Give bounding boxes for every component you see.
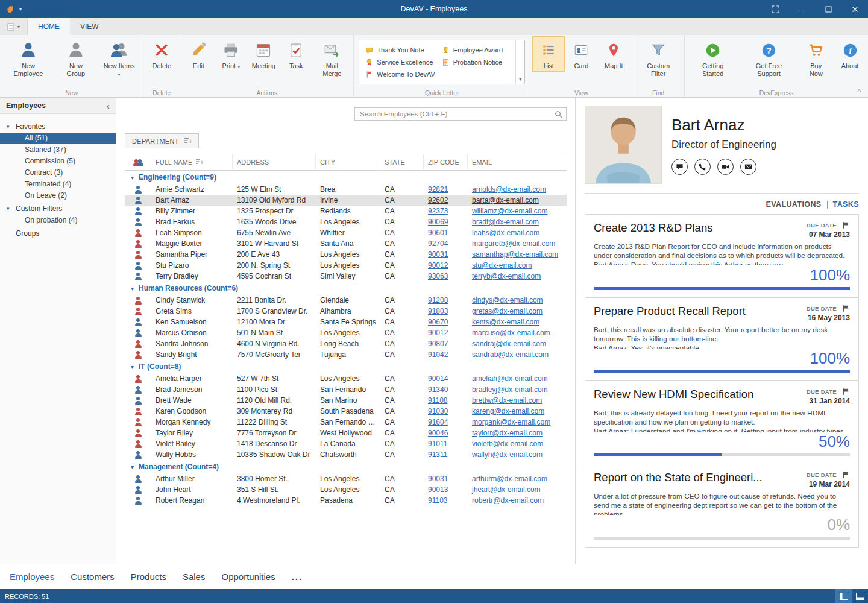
email-link[interactable]: bradleyj@dx-email.com [472, 385, 548, 394]
employee-row-arnie-schwartz[interactable]: Arnie Schwartz125 W Elm StBreaCA92821arn… [125, 184, 567, 195]
delete-button[interactable]: Delete [145, 36, 178, 72]
tab-view[interactable]: VIEW [70, 18, 109, 35]
tab-evaluations[interactable]: EVALUATIONS [766, 200, 821, 209]
email-link[interactable]: margaretb@dx-email.com [472, 239, 555, 248]
email-link[interactable]: stu@dx-email.com [472, 261, 532, 270]
email-link[interactable]: wallyh@dx-email.com [472, 450, 542, 459]
mail-merge-button[interactable]: Mail Merge [312, 36, 351, 79]
collapse-sidebar-icon[interactable]: ‹ [107, 101, 110, 111]
email-link[interactable]: williamz@dx-email.com [472, 207, 548, 215]
tree-section-groups[interactable]: Groups [0, 227, 116, 239]
employee-row-stu-pizaro[interactable]: Stu Pizaro200 N. Spring StLos AngelesCA9… [125, 260, 567, 271]
video-call-button[interactable] [717, 159, 734, 175]
employee-row-leah-simpson[interactable]: Leah Simpson6755 Newlin AveWhittierCA906… [125, 227, 567, 238]
quick-letter-probation-notice[interactable]: Probation Notice [439, 56, 516, 68]
employee-row-violet-bailey[interactable]: Violet Bailey1418 Descanso DrLa CanadaCA… [125, 438, 567, 449]
email-link[interactable]: violetb@dx-email.com [472, 440, 543, 448]
new-employee-button[interactable]: New Employee [2, 36, 55, 79]
nav-item-opportunities[interactable]: Opportunities [221, 572, 275, 582]
task-card-prepare-product-recall-report[interactable]: Prepare Product Recall ReportDUE DATE16 … [585, 297, 859, 381]
task-button[interactable]: Task [280, 36, 312, 72]
email-link[interactable]: robertr@dx-email.com [472, 496, 544, 505]
fullscreen-button[interactable] [762, 0, 788, 18]
employee-row-greta-sims[interactable]: Greta Sims1700 S Grandview Dr.AlhambraCA… [125, 306, 567, 317]
zip-link[interactable]: 90012 [428, 261, 448, 270]
zip-link[interactable]: 90012 [428, 329, 448, 337]
app-menu-button[interactable]: ▾ [0, 18, 28, 35]
email-link[interactable]: marcuso@dx-email.com [472, 329, 550, 337]
employee-row-sandra-johnson[interactable]: Sandra Johnson4600 N Virginia Rd.Long Be… [125, 338, 567, 349]
tree-section-favorites[interactable]: ▾Favorites [0, 121, 116, 133]
message-button[interactable] [671, 159, 688, 175]
employee-row-samantha-piper[interactable]: Samantha Piper200 E Ave 43Los AngelesCA9… [125, 249, 567, 260]
employee-row-billy-zimmer[interactable]: Billy Zimmer1325 Prospect DrRedlandsCA92… [125, 206, 567, 216]
zip-link[interactable]: 91103 [428, 496, 447, 505]
employee-row-maggie-boxter[interactable]: Maggie Boxter3101 W Harvard StSanta AnaC… [125, 238, 567, 249]
getting-started-button[interactable]: Getting Started [687, 36, 739, 79]
employee-row-taylor-riley[interactable]: Taylor Riley7776 Torreyson DrWest Hollyw… [125, 428, 567, 438]
employee-row-bart-arnaz[interactable]: Bart Arnaz13109 Old Myford RdIrvineCA926… [125, 195, 567, 206]
email-button[interactable] [740, 159, 756, 175]
email-link[interactable]: leahs@dx-email.com [472, 229, 539, 237]
search-input[interactable] [355, 110, 555, 118]
zip-link[interactable]: 91108 [428, 396, 447, 405]
column-header-icon[interactable] [125, 154, 151, 170]
employee-row-morgan-kennedy[interactable]: Morgan Kennedy11222 Dilling StSan Fernan… [125, 417, 567, 428]
sidebar-item-all-51[interactable]: All (51) [0, 133, 116, 144]
zip-link[interactable]: 92373 [428, 207, 448, 215]
meeting-button[interactable]: Meeting [247, 36, 280, 72]
quick-letter-employee-award[interactable]: Employee Award [439, 44, 516, 56]
email-link[interactable]: arnolds@dx-email.com [472, 185, 546, 194]
nav-item-customers[interactable]: Customers [71, 572, 115, 582]
tab-home[interactable]: HOME [28, 18, 70, 35]
email-link[interactable]: cindys@dx-email.com [472, 296, 543, 305]
column-header-address[interactable]: ADDRESS [233, 154, 316, 170]
new-group-button[interactable]: New Group [55, 36, 97, 79]
call-button[interactable] [694, 159, 711, 175]
employee-row-brett-wade[interactable]: Brett Wade1120 Old Mill Rd.San MarinoCA9… [125, 395, 567, 406]
zip-link[interactable]: 92602 [428, 196, 448, 204]
zip-link[interactable]: 90069 [428, 218, 448, 226]
layout-toggle-left-button[interactable] [835, 589, 852, 603]
nav-item-employees[interactable]: Employees [10, 572, 54, 582]
employee-row-robert-reagan[interactable]: Robert Reagan4 Westmoreland Pl.PasadenaC… [125, 495, 567, 506]
employee-row-karen-goodson[interactable]: Karen Goodson309 Monterey RdSouth Pasade… [125, 406, 567, 417]
sidebar-item-on-leave-2[interactable]: On Leave (2) [0, 190, 116, 201]
employee-row-cindy-stanwick[interactable]: Cindy Stanwick2211 Bonita Dr.GlendaleCA9… [125, 295, 567, 306]
email-link[interactable]: morgank@dx-email.com [472, 418, 550, 426]
ribbon-collapse-button[interactable]: ^ [858, 88, 861, 95]
email-link[interactable]: taylorr@dx-email.com [472, 429, 542, 437]
zip-link[interactable]: 91042 [428, 350, 448, 359]
email-link[interactable]: brettw@dx-email.com [472, 396, 542, 405]
zip-link[interactable]: 90670 [428, 318, 448, 326]
nav-item-sales[interactable]: Sales [183, 572, 206, 582]
list-view-button[interactable]: List [532, 36, 565, 72]
zip-link[interactable]: 90807 [428, 339, 448, 348]
sidebar-item-contract-3[interactable]: Contract (3) [0, 167, 116, 178]
zip-link[interactable]: 91340 [428, 385, 448, 394]
zip-link[interactable]: 91311 [428, 450, 447, 459]
employee-row-brad-farkus[interactable]: Brad Farkus1635 Woods DriveLos AngelesCA… [125, 216, 567, 227]
column-header-email[interactable]: EMAIL [468, 154, 567, 170]
employee-row-brad-jameson[interactable]: Brad Jameson1100 Pico StSan FernandoCA91… [125, 384, 567, 395]
employee-row-sandy-bright[interactable]: Sandy Bright7570 McGroarty TerTujungaCA9… [125, 349, 567, 360]
group-by-department-button[interactable]: DEPARTMENT [125, 133, 199, 148]
zip-link[interactable]: 91011 [428, 440, 447, 448]
zip-link[interactable]: 90014 [428, 374, 448, 383]
buy-now-button[interactable]: Buy Now [798, 36, 834, 79]
layout-toggle-bottom-button[interactable] [852, 589, 868, 603]
task-card-review-new-hdmi-specification[interactable]: Review New HDMI SpecificationDUE DATE31 … [585, 380, 859, 464]
maximize-button[interactable] [815, 0, 841, 18]
zip-link[interactable]: 90031 [428, 475, 448, 483]
zip-link[interactable]: 90013 [428, 485, 448, 494]
zip-link[interactable]: 91803 [428, 307, 448, 315]
email-link[interactable]: sandrab@dx-email.com [472, 350, 549, 359]
column-header-full-name[interactable]: FULL NAME [151, 154, 233, 170]
tab-tasks[interactable]: TASKS [833, 200, 859, 209]
group-row-engineering-count-9[interactable]: ▾Engineering (Count=9) [125, 171, 567, 184]
email-link[interactable]: barta@dx-email.com [472, 196, 539, 204]
email-link[interactable]: ameliah@dx-email.com [472, 374, 548, 383]
employee-row-terry-bradley[interactable]: Terry Bradley4595 Cochran StSimi ValleyC… [125, 271, 567, 282]
about-button[interactable]: i About [834, 36, 866, 72]
zip-link[interactable]: 91604 [428, 418, 448, 426]
